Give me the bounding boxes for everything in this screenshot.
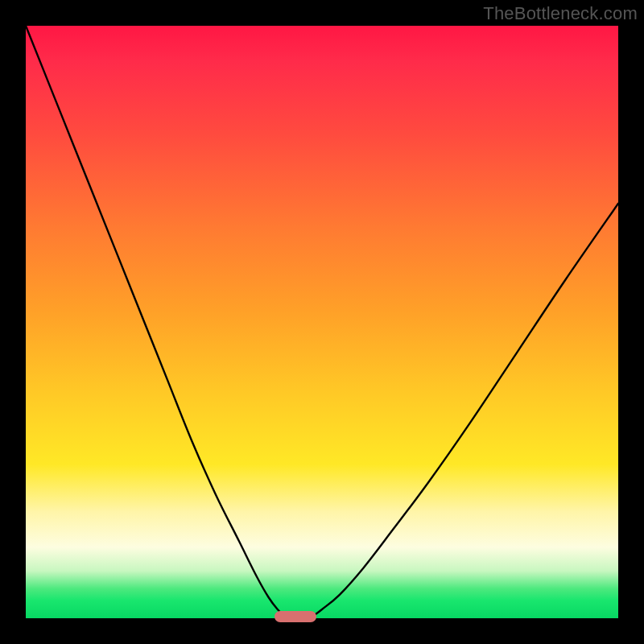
curve-right-branch <box>310 204 618 618</box>
bottleneck-curve <box>26 26 618 618</box>
plot-area <box>26 26 618 618</box>
watermark-text: TheBottleneck.com <box>483 3 638 24</box>
bottleneck-marker <box>275 611 316 622</box>
curve-left-branch <box>26 26 287 618</box>
chart-frame: TheBottleneck.com <box>0 0 644 644</box>
